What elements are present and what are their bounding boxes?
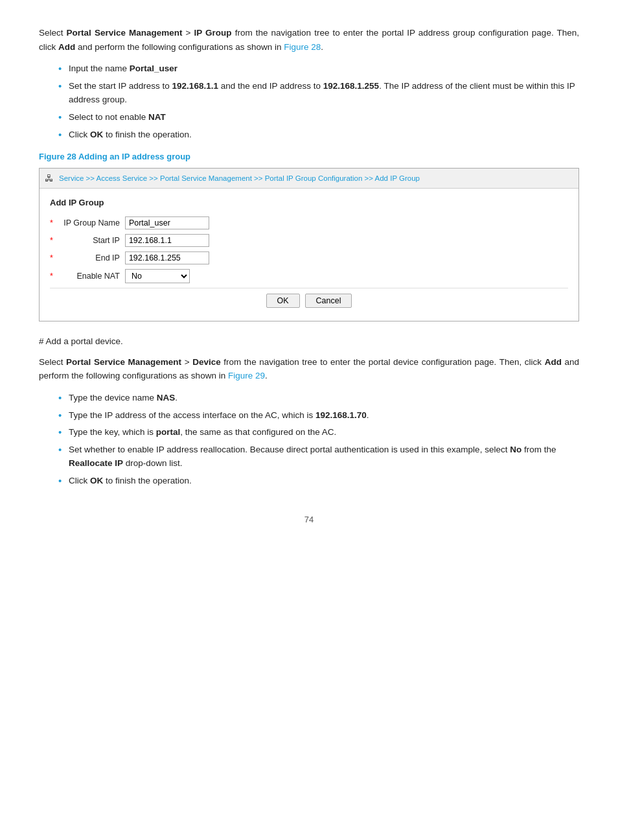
list-item: Set the start IP address to 192.168.1.1 … [58, 79, 579, 107]
required-star: * [50, 216, 53, 229]
intro-paragraph: Select Portal Service Management > IP Gr… [39, 26, 579, 54]
intro-select: Select [39, 28, 67, 38]
list-item: Type the device name NAS. [58, 391, 579, 405]
add-bold: Add [58, 42, 75, 52]
list-item: Set whether to enable IP address realloc… [58, 443, 579, 471]
nav-icon: 🖧 [45, 171, 54, 185]
para2-gt: > [181, 357, 192, 367]
list-item: Input the name Portal_user [58, 62, 579, 76]
required-star: * [50, 270, 53, 283]
required-star: * [50, 251, 53, 264]
figure-caption: Figure 28 Adding an IP address group [39, 150, 579, 164]
form-section: Add IP Group * IP Group Name * Start IP … [40, 189, 578, 321]
field-label-enablenat: Enable NAT [55, 270, 120, 283]
nav-bar: 🖧 Service >> Access Service >> Portal Se… [40, 169, 578, 189]
main-content: Select Portal Service Management > IP Gr… [39, 26, 579, 487]
cancel-button[interactable]: Cancel [305, 294, 352, 308]
para2-device-bold: Device [192, 357, 221, 367]
list-item: Type the IP address of the access interf… [58, 408, 579, 423]
input-endip[interactable] [125, 251, 209, 264]
input-ipgroupname[interactable] [125, 216, 209, 229]
para2-psm-bold: Portal Service Management [66, 357, 181, 367]
bullet-list-2: Type the device name NAS. Type the IP ad… [58, 391, 579, 488]
para2: Select Portal Service Management > Devic… [39, 355, 579, 383]
form-row-enablenat: * Enable NAT No Yes [50, 269, 568, 283]
list-item: Click OK to finish the operation. [58, 474, 579, 488]
bullet-list-1: Input the name Portal_user Set the start… [58, 62, 579, 141]
hash-line: # Add a portal device. [39, 334, 579, 349]
figure-box: 🖧 Service >> Access Service >> Portal Se… [39, 168, 579, 321]
para2-rest3: . [265, 371, 268, 380]
field-label-ipgroupname: IP Group Name [55, 216, 120, 229]
field-label-endip: End IP [55, 251, 120, 264]
gt1: > [183, 28, 194, 38]
form-buttons: OK Cancel [50, 288, 568, 310]
list-item: Type the key, which is portal, the same … [58, 425, 579, 439]
intro-rest3: . [321, 42, 323, 52]
required-star: * [50, 234, 53, 247]
para2-rest: from the navigation tree to enter the po… [221, 357, 545, 367]
nav-path: Service >> Access Service >> Portal Serv… [59, 172, 420, 184]
list-item: Click OK to finish the operation. [58, 128, 579, 142]
field-label-startip: Start IP [55, 234, 120, 247]
para2-add-bold: Add [545, 357, 562, 367]
fig28-link[interactable]: Figure 28 [284, 42, 321, 52]
page-number: 74 [39, 513, 579, 527]
form-row-ipgroupname: * IP Group Name [50, 216, 568, 229]
form-row-startip: * Start IP [50, 234, 568, 247]
ok-button[interactable]: OK [266, 294, 300, 308]
form-row-endip: * End IP [50, 251, 568, 264]
psm-bold: Portal Service Management [67, 28, 183, 38]
fig29-link[interactable]: Figure 29 [228, 371, 265, 380]
list-item: Select to not enable NAT [58, 110, 579, 124]
select-enablenat[interactable]: No Yes [125, 269, 190, 283]
input-startip[interactable] [125, 234, 209, 247]
para2-select: Select [39, 357, 66, 367]
intro-rest2: and perform the following configurations… [75, 42, 284, 52]
form-title: Add IP Group [50, 196, 568, 210]
ipgroup-bold: IP Group [194, 28, 232, 38]
